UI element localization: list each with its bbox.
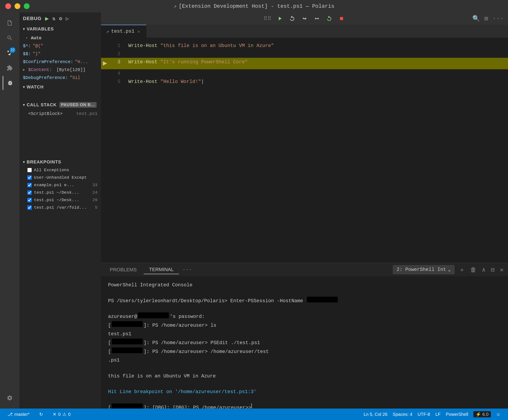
- stop-button[interactable]: [338, 15, 346, 22]
- terminal-scroll-up-button[interactable]: ∧: [481, 265, 486, 274]
- redacted-hostname-1: [307, 297, 338, 302]
- new-terminal-button[interactable]: ＋: [458, 265, 466, 275]
- restart-button[interactable]: [325, 15, 333, 22]
- activity-files[interactable]: [3, 16, 17, 30]
- var-item-caret[interactable]: $^: "@{": [19, 42, 101, 50]
- redacted-hostname-3: [112, 321, 143, 327]
- bp-test3-checkbox[interactable]: [27, 205, 32, 210]
- watch-header[interactable]: ▾ WATCH: [19, 83, 101, 91]
- kill-terminal-button[interactable]: 🗑: [469, 265, 477, 274]
- term-blank-4: [108, 381, 501, 388]
- auto-label: Auto: [31, 35, 41, 41]
- debug-step-over-icon[interactable]: ⇅: [52, 15, 55, 22]
- line-ending-label: LF: [435, 412, 441, 417]
- activity-source-control[interactable]: 22: [3, 46, 17, 60]
- bp-example-ps1[interactable]: example.ps1 e... 33: [19, 181, 101, 189]
- watch-chevron-icon: ▾: [23, 85, 25, 89]
- tab-test-ps1[interactable]: ↗ test.ps1 ✕: [101, 25, 146, 38]
- debug-start-button[interactable]: ▶: [45, 15, 49, 22]
- debug-action-bar: ⠿⠿ 🔍 ⊞ ···: [101, 12, 508, 25]
- activity-settings[interactable]: [3, 391, 17, 405]
- content-expand-icon: ▶: [23, 68, 26, 72]
- status-position[interactable]: Ln 5, Col 26: [361, 410, 390, 418]
- tab-close-button[interactable]: ✕: [137, 29, 141, 34]
- line-content-5: Write-Host "Hello World!": [125, 77, 508, 86]
- status-version[interactable]: ⚡ 6.0: [471, 410, 493, 418]
- editor-line-1: 1 Write-Host "this file is on an Ubuntu …: [101, 41, 508, 50]
- tab-problems[interactable]: PROBLEMS: [104, 266, 142, 274]
- drag-handle-icon[interactable]: ⠿⠿: [264, 15, 272, 22]
- minimize-button[interactable]: [15, 3, 20, 9]
- activity-debug[interactable]: [3, 76, 17, 90]
- svg-point-1: [7, 51, 9, 52]
- status-sync[interactable]: ↻: [37, 411, 45, 418]
- term-line-dbg-prompt: [ ]: [DBG]: [DBG]: PS /home/azureuser>>: [108, 404, 501, 409]
- bp-test1-checkbox[interactable]: [27, 190, 32, 195]
- var-item-content[interactable]: ▶ $Content: [Byte[120]]: [19, 66, 101, 74]
- line-content-2: [125, 50, 508, 58]
- search-file-icon[interactable]: 🔍: [472, 15, 480, 22]
- terminal-content[interactable]: PowerShell Integrated Console PS /Users/…: [101, 276, 508, 409]
- bp-example-checkbox[interactable]: [27, 183, 32, 187]
- debug-more-icon[interactable]: ▷: [66, 15, 69, 22]
- sidebar-scroll[interactable]: ▾ VARIABLES ▾ Auto $^: "@{" $$: "}": [19, 25, 101, 409]
- editor-right-controls: 🔍 ⊞ ···: [472, 15, 504, 22]
- line-content-3: Write-Host "It's running PowerShell Core…: [125, 58, 508, 69]
- editor-content[interactable]: 1 Write-Host "this file is on an Ubuntu …: [101, 38, 508, 263]
- debug-configure-icon[interactable]: ⚙: [59, 15, 62, 22]
- bp-test-ps1-var[interactable]: test.ps1 /var/fold... 5: [19, 204, 101, 211]
- more-actions-icon[interactable]: ···: [493, 15, 504, 22]
- variables-panel: ▾ VARIABLES ▾ Auto $^: "@{" $$: "}": [19, 25, 101, 83]
- breakpoints-header[interactable]: ▾ BREAKPOINTS: [19, 158, 101, 166]
- activity-extensions[interactable]: [3, 61, 17, 75]
- language-label: PowerShell: [446, 412, 468, 417]
- status-errors[interactable]: ✕ 0 ⚠ 0: [51, 411, 73, 418]
- dropdown-chevron-icon: ⌄: [448, 267, 451, 273]
- line-number-5: 5: [109, 77, 125, 86]
- var-item-dollar[interactable]: $$: "}": [19, 50, 101, 58]
- term-blank-5: [108, 396, 501, 404]
- error-count: 0: [58, 412, 61, 417]
- bp-test-ps1-desk2[interactable]: test.ps1 ~/Desk... 29: [19, 196, 101, 204]
- step-into-button[interactable]: [301, 15, 309, 22]
- status-line-ending[interactable]: LF: [433, 410, 443, 418]
- terminal-instance-dropdown[interactable]: 2: PowerShell Int ⌄: [393, 265, 455, 274]
- terminal-more-icon[interactable]: ···: [181, 267, 194, 273]
- status-smiley[interactable]: ☺: [494, 410, 503, 418]
- variables-header[interactable]: ▾ VARIABLES: [19, 25, 101, 33]
- variables-content: ▾ Auto $^: "@{" $$: "}" $ConfirmPreferen…: [19, 33, 101, 83]
- terminal-tab-bar: PROBLEMS TERMINAL ··· 2: PowerShell Int …: [101, 263, 508, 276]
- terminal-close-button[interactable]: ✕: [499, 265, 504, 274]
- callstack-item[interactable]: <ScriptBlock> test.ps1: [19, 109, 101, 118]
- term-line-path: [ ]: PS /home/azureuser> /home/azureuser…: [108, 347, 501, 356]
- continue-button[interactable]: [276, 15, 284, 22]
- error-icon: ✕: [53, 412, 56, 417]
- text-cursor: [201, 79, 204, 84]
- status-spaces[interactable]: Spaces: 4: [390, 410, 414, 418]
- bp-all-exceptions[interactable]: All Exceptions: [19, 166, 101, 174]
- split-editor-icon[interactable]: ⊞: [484, 15, 488, 22]
- activity-search[interactable]: [3, 31, 17, 45]
- var-item-debug[interactable]: $DebugPreference: "Sil: [19, 74, 101, 82]
- term-line-ls: [ ]: PS /home/azureuser> ls: [108, 321, 501, 330]
- auto-group[interactable]: ▾ Auto: [19, 34, 101, 42]
- callstack-header[interactable]: ▾ CALL STACK PAUSED ON B...: [19, 100, 101, 109]
- bp-test2-checkbox[interactable]: [27, 198, 32, 202]
- step-over-button[interactable]: [288, 15, 296, 22]
- var-item-confirm[interactable]: $ConfirmPreference: "H...: [19, 58, 101, 66]
- window-controls[interactable]: [5, 3, 29, 9]
- tab-terminal[interactable]: TERMINAL: [144, 265, 179, 274]
- breakpoints-label: BREAKPOINTS: [27, 159, 61, 165]
- status-encoding[interactable]: UTF-8: [415, 410, 432, 418]
- status-language[interactable]: PowerShell: [444, 410, 470, 418]
- bp-test-ps1-desk1[interactable]: test.ps1 ~/Desk... 24: [19, 189, 101, 196]
- variables-label: VARIABLES: [27, 26, 54, 31]
- bp-user-unhandled[interactable]: User-Unhandled Except: [19, 174, 101, 181]
- close-button[interactable]: [5, 3, 11, 9]
- bp-user-unhandled-checkbox[interactable]: [27, 175, 32, 180]
- step-out-button[interactable]: [313, 15, 321, 22]
- terminal-split-button[interactable]: ⊟: [490, 265, 495, 274]
- status-branch[interactable]: ⎇ master*: [5, 411, 32, 418]
- bp-all-exceptions-checkbox[interactable]: [27, 168, 32, 172]
- maximize-button[interactable]: [24, 3, 29, 9]
